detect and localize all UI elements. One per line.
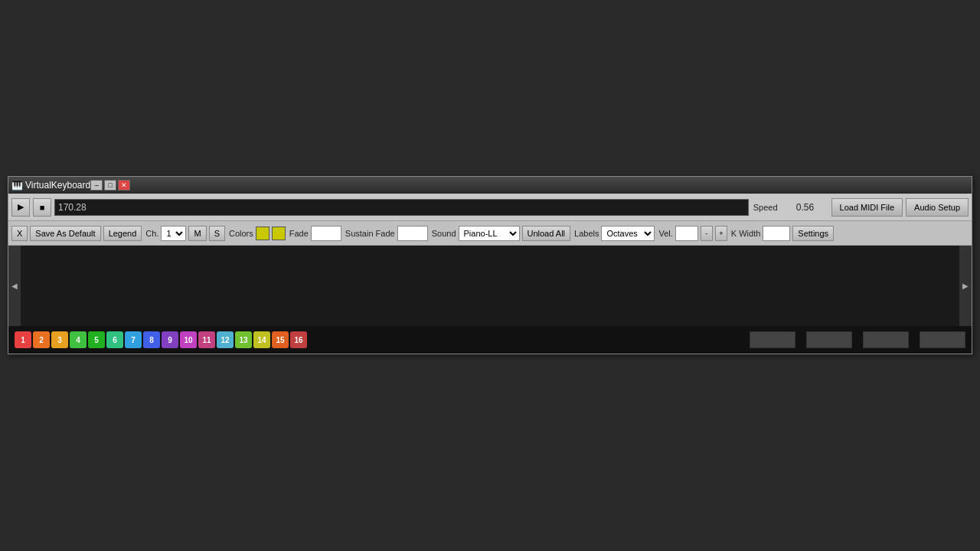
app-window: 🎹 VirtualKeyboard – □ ✕ ▶ ■ 170.28 Speed…: [8, 176, 972, 354]
toolbar2: X Save As Default Legend Ch. 123 M S Col…: [8, 221, 972, 246]
scroll-left-button[interactable]: ◀: [8, 246, 21, 326]
channel-button-16[interactable]: 16: [290, 331, 307, 348]
play-button[interactable]: ▶: [11, 198, 30, 217]
channel-button-12[interactable]: 12: [217, 331, 234, 348]
channel-button-1[interactable]: 1: [15, 331, 31, 348]
speed-label: Speed: [753, 203, 778, 212]
color-swatch-2[interactable]: [272, 227, 286, 240]
channel-button-13[interactable]: 13: [235, 331, 252, 348]
midi-progress-4: [920, 331, 965, 348]
k-width-label: K Width: [731, 229, 761, 238]
channel-button-2[interactable]: 2: [33, 331, 50, 348]
toolbar1: ▶ ■ 170.28 Speed 0.56 Load MIDI File Aud…: [8, 194, 972, 221]
midi-progress-3: [863, 331, 909, 348]
colors-label: Colors: [229, 229, 253, 238]
k-width-input[interactable]: 32: [763, 226, 790, 241]
minimize-button[interactable]: –: [90, 180, 103, 191]
speed-value: 0.56: [782, 202, 828, 213]
title-bar-title: VirtualKeyboard: [25, 180, 90, 191]
keyboard-container: ◀ C1C2C3C4C5C6 ▶: [8, 246, 972, 326]
channel-button-4[interactable]: 4: [70, 331, 87, 348]
vel-minus-button[interactable]: -: [701, 226, 713, 241]
channel-button-10[interactable]: 10: [180, 331, 197, 348]
channel-button-7[interactable]: 7: [125, 331, 142, 348]
channel-button-6[interactable]: 6: [106, 331, 123, 348]
title-bar: 🎹 VirtualKeyboard – □ ✕: [8, 177, 972, 194]
fade-label: Fade: [289, 229, 309, 238]
labels-select[interactable]: OctavesNoneNotes: [601, 226, 655, 241]
vel-plus-button[interactable]: +: [715, 226, 727, 241]
labels-label: Labels: [574, 229, 599, 238]
settings-button[interactable]: Settings: [792, 226, 834, 241]
stop-button[interactable]: ■: [33, 198, 51, 217]
channel-buttons: 12345678910111213141516: [15, 331, 307, 348]
unload-all-button[interactable]: Unload All: [522, 226, 571, 241]
midi-progress-1: [750, 331, 795, 348]
x-button[interactable]: X: [11, 226, 28, 241]
color-swatch-1[interactable]: [256, 227, 270, 240]
close-button[interactable]: ✕: [118, 180, 130, 191]
title-bar-controls: – □ ✕: [90, 180, 130, 191]
channel-bar: 12345678910111213141516: [8, 326, 972, 354]
channel-button-14[interactable]: 14: [253, 331, 270, 348]
s-button[interactable]: S: [209, 226, 225, 241]
channel-button-9[interactable]: 9: [162, 331, 178, 348]
restore-button[interactable]: □: [104, 180, 116, 191]
piano-wrapper: C1C2C3C4C5C6: [21, 246, 959, 326]
ch-label: Ch.: [145, 229, 158, 238]
scroll-right-button[interactable]: ▶: [959, 246, 972, 326]
sound-label: Sound: [432, 229, 456, 238]
channel-button-3[interactable]: 3: [51, 331, 68, 348]
midi-progress-2: [806, 331, 852, 348]
legend-button[interactable]: Legend: [103, 226, 142, 241]
channel-button-15[interactable]: 15: [272, 331, 289, 348]
channel-button-8[interactable]: 8: [143, 331, 160, 348]
sound-select[interactable]: Piano-LLPiano-HHOrgan: [459, 226, 520, 241]
ch-select[interactable]: 123: [161, 226, 186, 241]
progress-value: 170.28: [58, 202, 87, 213]
vel-input[interactable]: 0: [675, 226, 698, 241]
load-midi-button[interactable]: Load MIDI File: [831, 198, 903, 217]
channel-button-5[interactable]: 5: [88, 331, 105, 348]
fade-input[interactable]: 88: [311, 226, 341, 241]
m-button[interactable]: M: [188, 226, 206, 241]
channel-button-11[interactable]: 11: [198, 331, 215, 348]
audio-setup-button[interactable]: Audio Setup: [906, 198, 969, 217]
app-icon: 🎹: [11, 180, 22, 191]
sustain-fade-label: Sustain Fade: [345, 229, 395, 238]
vel-label: Vel.: [658, 229, 672, 238]
save-default-button[interactable]: Save As Default: [30, 226, 100, 241]
progress-bar: 170.28: [54, 199, 749, 216]
sustain-fade-input[interactable]: 0: [397, 226, 428, 241]
